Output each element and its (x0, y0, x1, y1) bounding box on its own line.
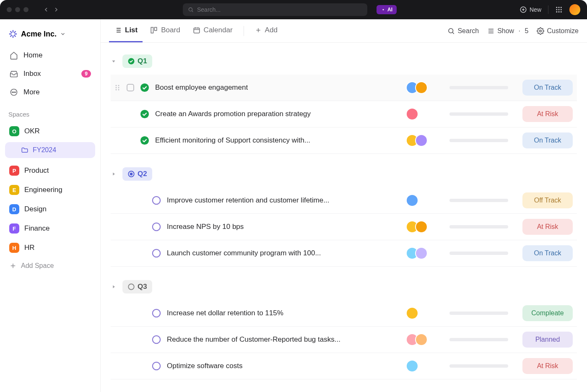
task-title[interactable]: Launch customer community program with 1… (167, 249, 400, 257)
folder-fy2024[interactable]: FY2024 (5, 142, 95, 158)
space-engineering[interactable]: E Engineering (5, 181, 95, 199)
ai-button[interactable]: AI (377, 5, 397, 14)
task-title[interactable]: Reduce the number of Customer-Reported b… (167, 335, 400, 344)
progress-bar[interactable] (449, 225, 508, 228)
task-row[interactable]: Improve customer retention and customer … (111, 187, 577, 214)
group-chip[interactable]: Q3 (122, 280, 152, 293)
board-icon (150, 26, 158, 34)
svg-point-10 (558, 9, 560, 10)
chevron-down-icon (60, 31, 66, 37)
nav-inbox[interactable]: Inbox 9 (5, 65, 95, 82)
view-tab-board[interactable]: Board (145, 19, 185, 42)
status-pill[interactable]: Off Track (522, 192, 573, 208)
svg-point-71 (140, 136, 149, 145)
space-design[interactable]: D Design (5, 200, 95, 218)
view-tab-calendar[interactable]: Calendar (188, 19, 238, 42)
view-tab-list[interactable]: List (109, 19, 143, 42)
assignees (406, 333, 444, 346)
user-avatar[interactable] (569, 4, 580, 15)
task-status-icon[interactable] (152, 196, 161, 205)
progress-bar[interactable] (449, 252, 508, 255)
status-pill[interactable]: On Track (522, 80, 573, 96)
workspace-switcher[interactable]: Acme Inc. (5, 26, 95, 42)
apps-icon[interactable] (555, 6, 563, 13)
group-toggle[interactable] (111, 171, 118, 177)
task-status-icon[interactable] (140, 83, 149, 92)
progress-bar[interactable] (449, 338, 508, 341)
assignee-avatar[interactable] (406, 108, 418, 120)
status-pill[interactable]: At Risk (522, 358, 573, 374)
list-area: Q1Boost employee engagementOn TrackCreat… (101, 43, 587, 392)
drag-handle-icon[interactable] (115, 84, 121, 91)
task-title[interactable]: Improve customer retention and customer … (167, 196, 400, 205)
status-pill[interactable]: Planned (522, 332, 573, 348)
status-pill[interactable]: On Track (522, 245, 573, 261)
task-status-icon[interactable] (152, 249, 161, 258)
task-title[interactable]: Boost employee engagement (155, 83, 400, 92)
assignee-avatar[interactable] (406, 307, 418, 319)
task-status-icon[interactable] (152, 361, 161, 371)
progress-bar[interactable] (449, 139, 508, 142)
task-status-icon[interactable] (140, 136, 149, 145)
add-view-button[interactable]: Add (250, 19, 283, 42)
space-hr[interactable]: H HR (5, 239, 95, 257)
global-search[interactable]: Search... (183, 3, 367, 16)
task-row[interactable]: Efficient monitoring of Support consiste… (111, 127, 577, 154)
task-title[interactable]: Increase NPS by 10 bps (167, 223, 400, 231)
group-toggle[interactable] (111, 58, 118, 64)
nav-more[interactable]: More (5, 84, 95, 101)
space-okr[interactable]: O OKR (5, 122, 95, 140)
task-row[interactable]: Boost employee engagementOn Track (111, 75, 577, 101)
group-chip[interactable]: Q1 (122, 55, 152, 68)
assignee-avatar[interactable] (406, 360, 418, 372)
group-status-icon (127, 283, 135, 291)
task-status-icon[interactable] (152, 335, 161, 344)
task-status-icon[interactable] (152, 222, 161, 231)
task-title[interactable]: Efficient monitoring of Support consiste… (155, 136, 400, 145)
progress-bar[interactable] (449, 199, 508, 202)
show-button[interactable]: Show · 5 (487, 27, 528, 35)
status-pill[interactable]: On Track (522, 132, 573, 148)
assignee-avatar[interactable] (415, 247, 428, 260)
nav-home[interactable]: Home (5, 47, 95, 64)
task-row[interactable]: Increase NPS by 10 bpsAt Risk (111, 214, 577, 240)
task-row[interactable]: Reduce the number of Customer-Reported b… (111, 327, 577, 353)
assignee-avatar[interactable] (415, 333, 428, 346)
task-row[interactable]: Optimize software costsAt Risk (111, 353, 577, 379)
assignee-avatar[interactable] (415, 221, 428, 233)
group-chip[interactable]: Q2 (122, 167, 152, 181)
task-checkbox[interactable] (127, 84, 134, 91)
assignee-avatar[interactable] (415, 134, 428, 147)
assignee-avatar[interactable] (406, 194, 418, 207)
task-status-icon[interactable] (152, 309, 161, 318)
task-status-icon[interactable] (140, 109, 149, 119)
status-pill[interactable]: At Risk (522, 219, 573, 235)
sidebar: Acme Inc. Home Inbox 9 More Spaces O OKR… (0, 19, 101, 392)
group-toggle[interactable] (111, 284, 118, 290)
nav-back-icon[interactable] (43, 6, 49, 13)
task-row[interactable]: Create an Awards promotion preparation s… (111, 101, 577, 127)
task-title[interactable]: Increase net dollar retention to 115% (167, 309, 400, 317)
progress-bar[interactable] (449, 364, 508, 368)
status-pill[interactable]: At Risk (522, 106, 573, 122)
customize-button[interactable]: Customize (537, 27, 579, 35)
add-space-button[interactable]: Add Space (5, 258, 95, 274)
space-finance[interactable]: F Finance (5, 219, 95, 238)
task-title[interactable]: Create an Awards promotion preparation s… (155, 110, 400, 118)
task-row[interactable]: Launch customer community program with 1… (111, 240, 577, 267)
folder-icon (21, 146, 29, 154)
svg-rect-35 (151, 27, 153, 33)
window-controls[interactable] (7, 7, 29, 12)
gear-icon (537, 27, 544, 35)
progress-bar[interactable] (449, 86, 508, 89)
search-button[interactable]: Search (447, 27, 479, 35)
progress-bar[interactable] (449, 112, 508, 116)
new-button[interactable]: New (519, 6, 541, 13)
task-row[interactable]: Increase net dollar retention to 115%Com… (111, 300, 577, 327)
assignee-avatar[interactable] (415, 81, 428, 94)
task-title[interactable]: Optimize software costs (167, 362, 400, 370)
space-product[interactable]: P Product (5, 161, 95, 180)
status-pill[interactable]: Compleate (522, 305, 573, 321)
progress-bar[interactable] (449, 312, 508, 315)
nav-forward-icon[interactable] (53, 6, 60, 13)
